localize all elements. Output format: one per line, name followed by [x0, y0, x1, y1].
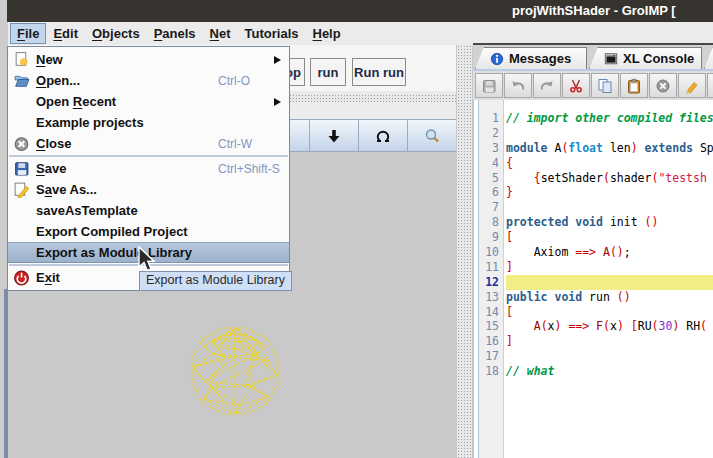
console-icon [604, 52, 618, 66]
console-panel: MessagesXL Console 123456789101112131415… [473, 43, 713, 458]
code-line-9: [ [506, 230, 713, 245]
menu-item-label: Open... [36, 73, 80, 88]
view-toolbar-button-down-arrow[interactable] [309, 120, 358, 151]
menu-item-open[interactable]: Open...Ctrl-O [8, 70, 289, 91]
cut-icon [568, 78, 584, 94]
line-number: 14 [479, 305, 503, 320]
toolbar-button-copy[interactable] [591, 73, 619, 98]
tab-label: Messages [509, 51, 571, 66]
code-line-4: { [506, 156, 713, 171]
code-line-16: ] [506, 334, 713, 349]
code-line-12 [506, 275, 713, 290]
tooltip: Export as Module Library [139, 271, 292, 291]
menu-item-new[interactable]: New [8, 49, 289, 70]
code-line-18: // what [506, 364, 713, 379]
tab-bar: MessagesXL Console [473, 45, 713, 69]
menu-item-label: Example projects [36, 115, 144, 130]
line-number: 8 [479, 215, 503, 230]
tooltip-text: Export as Module Library [146, 273, 285, 287]
code-line-2 [506, 126, 713, 141]
line-number: 10 [479, 245, 503, 260]
menu-item-export-compiled-project[interactable]: Export Compiled Project [8, 221, 289, 242]
tab-label: XL Console [623, 51, 694, 66]
button-run-run[interactable]: Run run [352, 58, 406, 86]
line-number: 2 [479, 126, 503, 141]
menu-item-saveastemplate[interactable]: saveAsTemplate [8, 200, 289, 221]
code-area[interactable]: // import other compiled filesmodule A(f… [506, 100, 713, 458]
toolbar-button-highlight[interactable] [678, 73, 706, 98]
code-line-5: {setShader(shader("testsh [506, 171, 713, 186]
code-line-3: module A(float len) extends Sp [506, 141, 713, 156]
toolbar-button-paste[interactable] [620, 73, 648, 98]
submenu-arrow-icon [274, 56, 281, 64]
line-number: 18 [479, 364, 503, 379]
menu-bar: FileEditObjectsPanelsNetTutorialsHelp [8, 22, 713, 45]
window-titlebar[interactable]: projWithSHader - GroIMP [ [7, 0, 713, 22]
toolbar-button-cut[interactable] [562, 73, 590, 98]
button-run[interactable]: run [310, 58, 346, 86]
toolbar-button-delete[interactable] [649, 73, 677, 98]
line-number: 16 [479, 334, 503, 349]
toolbar-button-undo[interactable] [504, 73, 532, 98]
menu-item-save[interactable]: SaveCtrl+Shift-S [8, 158, 289, 179]
menu-file[interactable]: File [10, 23, 46, 44]
toolbar-button-next[interactable] [707, 73, 713, 98]
menu-item-label: Close [36, 136, 71, 151]
code-line-17 [506, 349, 713, 364]
open-icon [13, 72, 30, 89]
menu-objects[interactable]: Objects [85, 23, 147, 44]
orbit-icon [375, 128, 391, 144]
menu-item-close[interactable]: CloseCtrl-W [8, 133, 289, 154]
save-icon [13, 160, 30, 177]
code-line-10: Axiom ==> A(); [506, 245, 713, 260]
menu-item-label: Open Recent [36, 94, 116, 109]
line-number: 11 [479, 260, 503, 275]
menu-net[interactable]: Net [203, 23, 238, 44]
line-number-gutter: 123456789101112131415161718 [479, 100, 504, 458]
save-icon-gray [481, 78, 497, 94]
menu-item-open-recent[interactable]: Open Recent [8, 91, 289, 112]
exit-icon [13, 269, 30, 286]
down-arrow-icon [326, 128, 342, 144]
line-number: 17 [479, 349, 503, 364]
code-line-8: protected void init () [506, 215, 713, 230]
line-number: 1 [479, 111, 503, 126]
tab-xl-console[interactable]: XL Console [589, 47, 702, 69]
menu-help[interactable]: Help [306, 23, 348, 44]
toolbar-button-save-gray[interactable] [475, 73, 503, 98]
tab-messages[interactable]: Messages [475, 47, 587, 69]
menu-item-save-as[interactable]: Save As... [8, 179, 289, 200]
menu-shortcut: Ctrl-O [218, 74, 250, 88]
panel-splitter[interactable] [456, 45, 473, 458]
line-number: 7 [479, 200, 503, 215]
menu-edit[interactable]: Edit [46, 23, 85, 44]
menu-item-example-projects[interactable]: Example projects [8, 112, 289, 133]
paste-icon [626, 78, 642, 94]
menu-item-label: New [36, 52, 63, 67]
menu-shortcut: Ctrl-W [218, 137, 252, 151]
code-editor[interactable]: 123456789101112131415161718 // import ot… [473, 100, 713, 458]
menu-item-label: Save [36, 161, 66, 176]
code-line-13: public void run () [506, 290, 713, 305]
menu-separator [9, 155, 288, 157]
window-title: projWithSHader - GroIMP [ [512, 3, 676, 18]
code-line-7 [506, 200, 713, 215]
menu-shortcut: Ctrl+Shift-S [218, 162, 280, 176]
line-number: 4 [479, 156, 503, 171]
menu-item-label: Export as Module Library [36, 245, 192, 260]
close-icon [13, 135, 30, 152]
menu-tutorials[interactable]: Tutorials [238, 23, 306, 44]
line-number: 9 [479, 230, 503, 245]
code-line-11: ] [506, 260, 713, 275]
line-number: 12 [479, 275, 503, 290]
view-toolbar-button-zoom[interactable] [407, 120, 456, 151]
line-number: 15 [479, 319, 503, 334]
code-line-15: A(x) ==> F(x) [RU(30) RH( [506, 319, 713, 334]
toolbar-button-redo[interactable] [533, 73, 561, 98]
copy-icon [597, 78, 613, 94]
line-number: 3 [479, 141, 503, 156]
view-toolbar-button-orbit[interactable] [358, 120, 407, 151]
menu-panels[interactable]: Panels [147, 23, 203, 44]
tab-partial[interactable] [704, 47, 713, 69]
info-icon [490, 52, 504, 66]
